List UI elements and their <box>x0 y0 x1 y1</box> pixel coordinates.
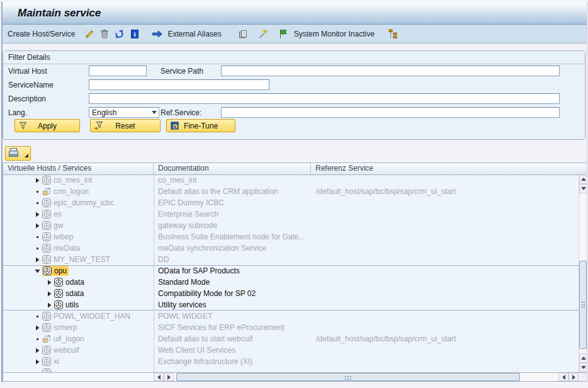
referenz-service-cell <box>311 288 579 299</box>
column-header-documentation[interactable]: Documentation <box>154 163 311 174</box>
tree-row[interactable]: odataStandard Mode <box>3 277 579 288</box>
leaf-dot-icon <box>34 316 40 317</box>
tree-row[interactable]: MY_NEW_TESTDD <box>3 254 579 265</box>
system-monitor-button[interactable]: System Monitor Inactive <box>277 28 375 40</box>
tree-node[interactable]: utils <box>54 300 79 310</box>
documentation-cell: POWL WIDGET <box>154 311 310 322</box>
tree-row[interactable] <box>3 367 579 372</box>
service-icon <box>54 278 63 287</box>
virtual-host-input[interactable] <box>89 66 147 76</box>
tree-row[interactable]: esEnterprise Search <box>3 208 579 220</box>
scroll-left-end-button[interactable] <box>558 373 568 381</box>
vertical-scrollbar-thumb[interactable] <box>579 261 587 349</box>
print-options-button[interactable] <box>22 146 31 161</box>
tree-node[interactable]: xi <box>42 357 59 367</box>
expand-arrow-icon[interactable] <box>34 348 40 353</box>
scroll-right-button[interactable] <box>164 373 174 381</box>
tree-row[interactable]: iwbepBusiness Suite Enablement node for … <box>3 231 579 243</box>
tree-row[interactable]: uif_logonDefault alias to start webcuif/… <box>3 333 579 345</box>
tree-row[interactable]: gwgateway subnode <box>3 220 579 231</box>
tree-node[interactable]: POWL_WIDGET_HAN <box>42 311 130 321</box>
column-header-referenz-service[interactable]: Referenz Service <box>311 163 587 174</box>
tree-node[interactable]: odata <box>54 277 84 287</box>
tree-row[interactable]: webcuifWeb Client UI Services <box>3 345 579 356</box>
expand-arrow-icon[interactable] <box>34 359 40 365</box>
service-name-input[interactable] <box>89 79 269 90</box>
fine-tune-button[interactable]: Fine-Tune <box>166 119 235 132</box>
tree-node[interactable]: gw <box>42 220 63 231</box>
refresh-icon[interactable] <box>113 28 126 40</box>
node-label: es <box>54 210 62 219</box>
filter-details-panel: Filter Details Virtual Host Service Path… <box>3 50 585 140</box>
edit-pencil-icon[interactable] <box>82 28 96 40</box>
wizard-wand-icon[interactable] <box>257 28 270 40</box>
tree-node[interactable]: iwbep <box>42 232 73 242</box>
service-icon <box>54 289 63 298</box>
external-aliases-button[interactable]: External Aliases <box>150 28 221 40</box>
tree-node[interactable]: es <box>42 209 62 219</box>
documentation-cell: gateway subnode <box>154 220 310 231</box>
tree-row[interactable]: crm_logonDefault alias to the CRM applic… <box>3 186 579 197</box>
selected-tree-node[interactable]: opu <box>42 266 69 276</box>
expand-arrow-icon[interactable] <box>46 291 52 297</box>
tree-row[interactable]: epic_dummy_icbcEPIC Dummy ICBC <box>3 197 579 208</box>
info-icon[interactable]: i <box>128 28 141 40</box>
node-label: crm_logon <box>54 187 89 196</box>
tree-cell: srmerp <box>3 322 154 333</box>
description-input[interactable] <box>89 93 560 104</box>
collapse-arrow-icon[interactable] <box>34 269 40 273</box>
scroll-right-end-button[interactable] <box>568 373 579 381</box>
triangle-left-icon <box>562 375 565 380</box>
horizontal-scrollbar[interactable] <box>154 373 579 381</box>
service-icon <box>42 255 51 264</box>
expand-arrow-icon[interactable] <box>46 280 52 285</box>
expand-arrow-icon[interactable] <box>34 257 40 263</box>
tree-node[interactable]: co_mes_int <box>42 175 92 185</box>
hierarchy-icon[interactable] <box>387 28 400 40</box>
column-header-hosts-services[interactable]: Virtuelle Hosts / Services <box>3 163 154 174</box>
expand-arrow-icon[interactable] <box>34 325 40 331</box>
scroll-left-button[interactable] <box>154 373 164 381</box>
documentation-cell: Utility services <box>154 299 310 311</box>
expand-arrow-icon[interactable] <box>34 212 40 217</box>
tree-node[interactable]: MY_NEW_TEST <box>42 254 110 265</box>
expand-arrow-icon[interactable] <box>34 223 40 229</box>
tree-node[interactable]: crm_logon <box>42 186 89 197</box>
vertical-scrollbar[interactable] <box>579 174 587 372</box>
scroll-page-up-button[interactable] <box>579 353 587 363</box>
delete-trash-icon[interactable] <box>98 28 111 40</box>
dropdown-corner-icon <box>25 154 28 157</box>
tree-node[interactable]: webcuif <box>42 345 79 355</box>
scroll-up-button[interactable] <box>579 174 587 184</box>
tree-node[interactable] <box>42 368 54 372</box>
service-path-input[interactable] <box>221 66 560 76</box>
tree-node[interactable]: sdata <box>54 288 84 299</box>
documentation-cell: SICF Services for ERP eProcurement <box>154 322 310 333</box>
expand-arrow-icon[interactable] <box>46 302 52 308</box>
create-host-service-button[interactable]: Create Host/Service <box>8 30 75 38</box>
ref-service-input[interactable] <box>221 107 560 118</box>
tree-row[interactable]: co_mes_intco_mes_int <box>3 174 579 186</box>
tree-row[interactable]: utilsUtility services <box>3 299 579 311</box>
reset-button[interactable]: Reset <box>90 119 161 132</box>
copy-icon[interactable] <box>237 28 250 40</box>
horizontal-scrollbar-thumb[interactable] <box>176 373 520 381</box>
expand-arrow-icon[interactable] <box>34 178 40 183</box>
apply-button[interactable]: Apply <box>14 119 80 132</box>
tree-node[interactable]: meData <box>42 243 80 253</box>
scroll-down-button[interactable] <box>579 184 587 193</box>
tree-row[interactable]: xiExchange Infrastructure (XI) <box>3 356 579 367</box>
language-select[interactable]: English <box>89 107 159 118</box>
app-toolbar: Create Host/Service i External Aliases <box>2 25 587 43</box>
scroll-page-down-button[interactable] <box>579 363 587 372</box>
tree-node[interactable]: epic_dummy_icbc <box>42 198 114 208</box>
tree-row[interactable]: sdataCompatibility Mode for SP 02 <box>3 288 579 299</box>
tree-row[interactable]: srmerpSICF Services for ERP eProcurement <box>3 322 579 333</box>
tree-node[interactable]: srmerp <box>42 322 77 333</box>
tree-row[interactable]: opuOData for SAP Products <box>3 265 579 277</box>
print-button[interactable] <box>5 146 22 161</box>
print-toolbar <box>5 146 31 161</box>
tree-row[interactable]: meDatameData synchronization Service <box>3 243 579 254</box>
tree-node[interactable]: uif_logon <box>42 334 84 344</box>
tree-row[interactable]: POWL_WIDGET_HANPOWL WIDGET <box>3 311 579 322</box>
